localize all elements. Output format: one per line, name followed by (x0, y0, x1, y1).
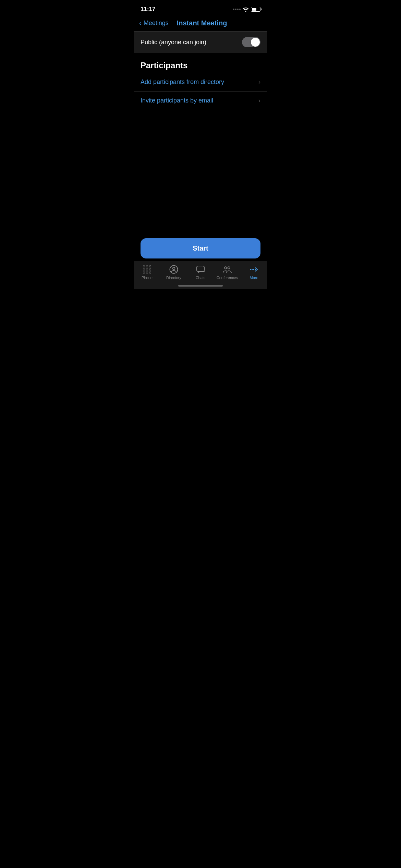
status-icons (233, 7, 260, 12)
nav-bar: ‹ Meetings Instant Meeting (134, 16, 267, 31)
svg-point-1 (173, 267, 175, 270)
public-toggle-label: Public (anyone can join) (141, 39, 206, 46)
participants-section-header: Participants (134, 53, 267, 73)
public-toggle-row[interactable]: Public (anyone can join) (134, 31, 267, 53)
toggle-knob (251, 38, 260, 47)
directory-icon (169, 265, 179, 274)
tab-conferences-label: Conferences (217, 276, 238, 280)
tab-chats[interactable]: Chats (187, 265, 214, 280)
participants-title: Participants (141, 61, 187, 70)
tab-directory-label: Directory (166, 276, 181, 280)
chevron-right-icon-2: › (258, 97, 260, 104)
battery-icon (251, 7, 260, 12)
tab-chats-label: Chats (196, 276, 206, 280)
svg-point-4 (228, 267, 230, 269)
invite-by-email-label: Invite participants by email (141, 97, 213, 104)
chevron-right-icon: › (258, 79, 260, 86)
add-from-directory-label: Add participants from directory (141, 79, 224, 86)
svg-point-3 (224, 267, 227, 269)
svg-rect-2 (197, 266, 204, 272)
tab-phone[interactable]: Phone (134, 265, 160, 280)
signal-icon (233, 9, 241, 10)
back-label: Meetings (144, 20, 169, 27)
tab-conferences[interactable]: Conferences (214, 265, 241, 280)
home-indicator (178, 285, 223, 287)
tab-directory[interactable]: Directory (160, 265, 187, 280)
wifi-icon (243, 7, 249, 12)
tab-more-label: More (250, 276, 258, 280)
start-button-container: Start (141, 238, 260, 258)
chats-icon (196, 265, 205, 274)
invite-by-email-item[interactable]: Invite participants by email › (134, 92, 267, 110)
phone-icon (142, 265, 152, 274)
tab-more[interactable]: More (241, 265, 267, 280)
back-chevron-icon: ‹ (139, 19, 142, 27)
conferences-icon (222, 265, 232, 274)
start-button[interactable]: Start (141, 238, 260, 258)
status-bar: 11:17 (134, 0, 267, 16)
tab-phone-label: Phone (142, 276, 153, 280)
back-button[interactable]: ‹ Meetings (139, 19, 169, 27)
page-title: Instant Meeting (177, 19, 227, 27)
public-toggle-switch[interactable] (242, 37, 260, 47)
status-time: 11:17 (141, 6, 155, 13)
add-from-directory-item[interactable]: Add participants from directory › (134, 73, 267, 92)
more-icon (249, 265, 259, 274)
